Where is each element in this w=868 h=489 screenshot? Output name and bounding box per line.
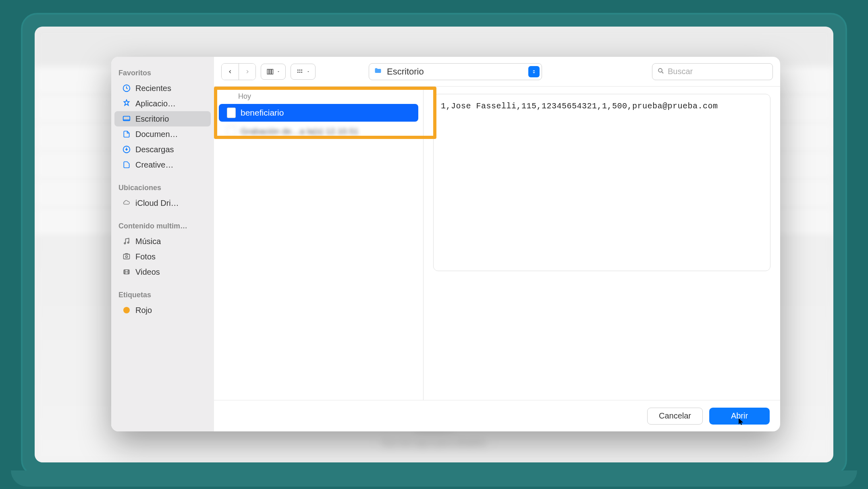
sidebar-item-label: Videos <box>135 267 160 277</box>
file-icon <box>122 160 131 170</box>
photo-icon <box>122 252 131 261</box>
file-icon <box>227 126 236 137</box>
file-list: Hoy beneficiario Grabación de…a la(s) 12… <box>214 87 424 400</box>
sidebar-item-label: Descargas <box>135 145 174 154</box>
app-icon <box>122 99 131 108</box>
sidebar-item-recientes[interactable]: Recientes <box>114 81 211 96</box>
textfile-icon <box>227 108 236 118</box>
sidebar-heading-etiquetas: Etiquetas <box>111 287 214 303</box>
sidebar-item-documentos[interactable]: Documen… <box>114 126 211 142</box>
search-icon <box>657 67 664 76</box>
updown-icon <box>528 66 540 77</box>
sidebar-item-icloud[interactable]: iCloud Dri… <box>114 195 211 211</box>
nav-buttons <box>221 63 256 80</box>
svg-rect-11 <box>297 69 299 70</box>
back-button[interactable] <box>222 64 239 80</box>
file-item-grabacion[interactable]: Grabación de…a la(s) 12.10.51 <box>219 122 418 140</box>
search-input[interactable] <box>668 67 770 76</box>
view-mode-button[interactable] <box>261 64 286 80</box>
app-background: Arrastra o haz clic aquí para añadirlo F… <box>35 27 833 462</box>
open-button[interactable]: Abrir <box>709 408 770 425</box>
sidebar-item-label: Recientes <box>135 84 171 93</box>
svg-point-6 <box>126 256 128 258</box>
download-icon <box>122 145 131 154</box>
location-label: Escritorio <box>387 66 524 77</box>
location-dropdown[interactable]: Escritorio <box>369 63 542 80</box>
svg-rect-10 <box>272 69 273 74</box>
sidebar-item-fotos[interactable]: Fotos <box>114 249 211 264</box>
file-item-beneficiario[interactable]: beneficiario <box>219 104 418 122</box>
svg-rect-5 <box>124 254 130 259</box>
music-icon <box>122 236 131 246</box>
sidebar-item-descargas[interactable]: Descargas <box>114 142 211 157</box>
sidebar: Favoritos Recientes Aplicacio… <box>111 57 214 431</box>
folder-icon <box>373 67 383 77</box>
svg-rect-13 <box>301 69 302 70</box>
svg-rect-15 <box>299 72 301 73</box>
video-icon <box>122 267 131 277</box>
sidebar-item-creative[interactable]: Creative… <box>114 157 211 172</box>
group-button[interactable] <box>291 64 316 80</box>
svg-point-17 <box>658 68 662 72</box>
content-area: Hoy beneficiario Grabación de…a la(s) 12… <box>214 87 780 400</box>
file-label: Grabación de…a la(s) 12.10.51 <box>241 126 359 136</box>
sidebar-item-label: Rojo <box>135 306 152 315</box>
sidebar-item-label: Creative… <box>135 160 173 170</box>
cancel-button[interactable]: Cancelar <box>647 408 703 425</box>
search-box[interactable] <box>652 63 773 80</box>
sidebar-item-escritorio[interactable]: Escritorio <box>114 111 211 126</box>
preview-content: 1,Jose Fasselli,115,12345654321,1,500,pr… <box>433 94 770 271</box>
dialog-footer: Cancelar Abrir <box>214 400 780 431</box>
forward-button[interactable] <box>239 64 255 80</box>
sidebar-item-label: Aplicacio… <box>135 99 176 108</box>
device-base <box>11 470 857 487</box>
sidebar-heading-contenido: Contenido multim… <box>111 218 214 234</box>
preview-pane: 1,Jose Fasselli,115,12345654321,1,500,pr… <box>424 87 780 400</box>
tag-dot-icon <box>122 305 131 315</box>
toolbar: Escritorio <box>214 57 780 87</box>
sidebar-item-label: Fotos <box>135 252 156 261</box>
main-area: Escritorio <box>214 57 780 431</box>
sidebar-item-videos[interactable]: Videos <box>114 264 211 280</box>
svg-point-4 <box>128 242 129 243</box>
clock-icon <box>122 83 131 93</box>
svg-rect-14 <box>297 72 299 73</box>
svg-rect-8 <box>267 69 269 74</box>
sidebar-item-label: iCloud Dri… <box>135 199 179 208</box>
cloud-icon <box>122 198 131 208</box>
list-group-header: Hoy <box>214 90 423 103</box>
svg-rect-16 <box>301 72 302 73</box>
sidebar-item-musica[interactable]: Música <box>114 234 211 249</box>
sidebar-heading-ubicaciones: Ubicaciones <box>111 180 214 195</box>
svg-rect-9 <box>270 69 271 74</box>
file-label: beneficiario <box>241 108 284 118</box>
device-frame: Arrastra o haz clic aquí para añadirlo F… <box>21 13 847 476</box>
desktop-icon <box>122 114 131 124</box>
sidebar-item-rojo[interactable]: Rojo <box>114 303 211 318</box>
file-open-dialog: Favoritos Recientes Aplicacio… <box>111 57 780 431</box>
sidebar-item-label: Documen… <box>135 130 178 139</box>
sidebar-item-label: Música <box>135 237 161 246</box>
doc-icon <box>122 129 131 139</box>
cursor-icon <box>737 416 745 426</box>
sidebar-heading-favoritos: Favoritos <box>111 65 214 81</box>
sidebar-item-label: Escritorio <box>135 114 169 124</box>
sidebar-item-aplicaciones[interactable]: Aplicacio… <box>114 96 211 111</box>
svg-point-3 <box>124 242 125 244</box>
svg-rect-12 <box>299 69 301 70</box>
